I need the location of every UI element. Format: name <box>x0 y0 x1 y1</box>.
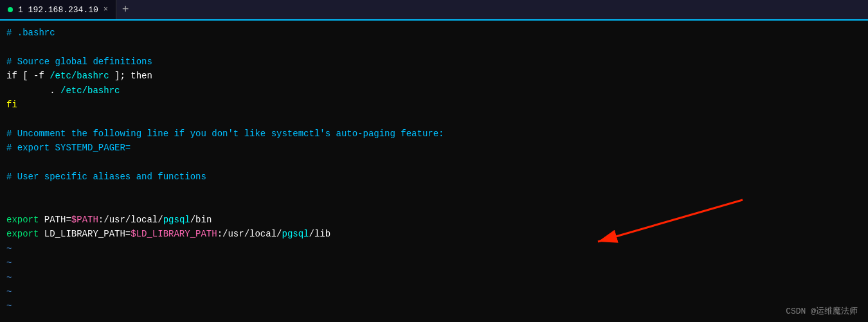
line-19: ~ <box>6 285 862 299</box>
line-7 <box>6 112 862 126</box>
line-8: # Uncomment the following line if you do… <box>6 127 862 141</box>
new-tab-button[interactable]: + <box>116 0 134 19</box>
line-10 <box>6 156 862 170</box>
line-9: # export SYSTEMD_PAGER= <box>6 141 862 155</box>
tab-bar: 1 192.168.234.10 × + <box>0 0 868 21</box>
line-6: fi <box>6 98 862 112</box>
line-12 <box>6 184 862 198</box>
line-14: export PATH=$PATH:/usr/local/pgsql/bin <box>6 213 862 227</box>
tab-status-dot <box>8 7 13 12</box>
line-1-text: # .bashrc <box>6 28 55 38</box>
line-18: ~ <box>6 271 862 285</box>
line-1: # .bashrc <box>6 26 862 40</box>
line-16: ~ <box>6 242 862 256</box>
tab-label: 1 192.168.234.10 <box>18 5 98 15</box>
line-4: if [ -f /etc/bashrc ]; then <box>6 69 862 83</box>
line-17: ~ <box>6 256 862 270</box>
tab-1[interactable]: 1 192.168.234.10 × <box>0 0 116 19</box>
line-11: # User specific aliases and functions <box>6 170 862 184</box>
line-20: ~ <box>6 299 862 313</box>
line-3: # Source global definitions <box>6 55 862 69</box>
terminal-content[interactable]: # .bashrc # Source global definitions if… <box>0 21 868 322</box>
watermark: CSDN @运维魔法师 <box>786 305 858 317</box>
line-5: . /etc/bashrc <box>6 84 862 98</box>
line-13 <box>6 199 862 213</box>
line-2 <box>6 40 862 54</box>
terminal-wrapper: # .bashrc # Source global definitions if… <box>0 21 868 322</box>
tab-close-button[interactable]: × <box>104 5 108 14</box>
line-15: export LD_LIBRARY_PATH=$LD_LIBRARY_PATH:… <box>6 227 862 241</box>
